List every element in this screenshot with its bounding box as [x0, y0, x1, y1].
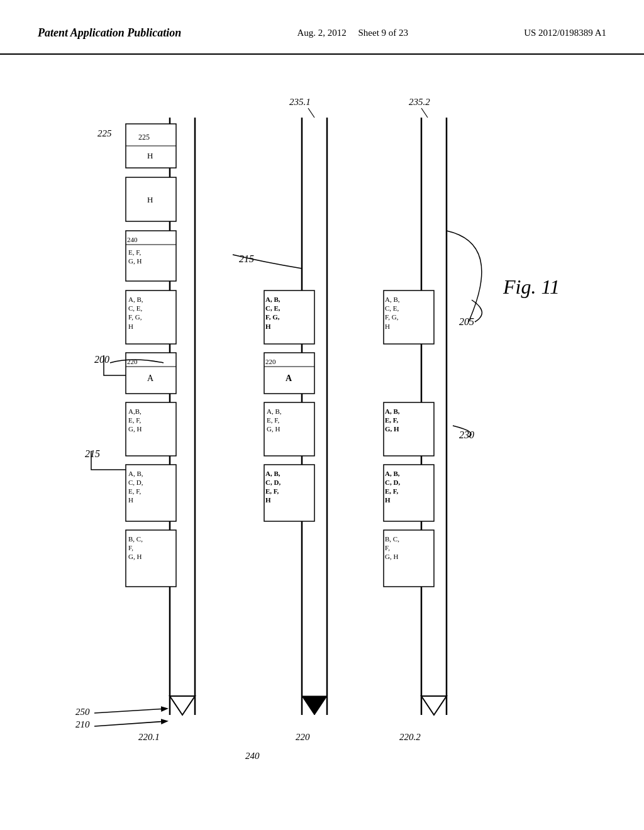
- cell-EF-6: E, F,: [385, 487, 399, 495]
- cell-GH-3: G, H: [128, 553, 142, 560]
- cell-A-2: A: [286, 374, 292, 383]
- figure-label: Fig. 11: [502, 275, 560, 298]
- cell-EF-1: E, F,: [128, 416, 141, 424]
- cell-AB-4: A, B,: [265, 470, 280, 477]
- cell-H-3: H: [128, 323, 133, 330]
- cell-CE-2: C, E,: [265, 304, 280, 312]
- cell-CE-3: C, E,: [385, 304, 399, 312]
- patent-figure: Fig. 11 225 H H 240 E, F, G, H A, B, C, …: [0, 55, 644, 822]
- page-header: Patent Application Publication Aug. 2, 2…: [0, 0, 644, 55]
- label-240a: 240: [127, 236, 138, 243]
- label-220-middle: 220: [265, 358, 276, 365]
- svg-marker-28: [421, 696, 447, 715]
- cell-GH-1: G, H: [128, 257, 142, 265]
- cell-ABC-1: A, B,: [128, 296, 143, 303]
- cell-BC-1: B, C,: [128, 535, 143, 543]
- cell-CE-1: C, E,: [128, 304, 143, 312]
- patent-number: US 2012/0198389 A1: [524, 25, 606, 40]
- label-225: 225: [138, 133, 150, 141]
- svg-line-32: [421, 108, 428, 118]
- label-205: 205: [459, 316, 474, 327]
- cell-AB-2: A, B,: [128, 470, 143, 477]
- cell-BC-2: B, C,: [385, 535, 399, 543]
- svg-line-29: [94, 709, 167, 713]
- figure-area: Fig. 11 225 H H 240 E, F, G, H A, B, C, …: [0, 55, 644, 822]
- label-200: 200: [94, 354, 109, 365]
- cell-AB-3: A, B,: [267, 407, 282, 415]
- cell-ABC-2: A, B,: [265, 296, 280, 303]
- sheet-info: Sheet 9 of 23: [358, 28, 409, 38]
- svg-line-30: [94, 721, 167, 726]
- cell-EF-4: E, F,: [265, 487, 279, 495]
- cell-H-4: H: [128, 496, 133, 504]
- svg-marker-27: [302, 696, 327, 715]
- svg-line-31: [308, 108, 314, 118]
- cell-EF-5: E, F,: [385, 416, 399, 424]
- cell-CD-3: C, D,: [385, 479, 400, 486]
- cell-EFGH-1: E, F,: [128, 248, 141, 256]
- cell-GH-5: G, H: [385, 425, 399, 433]
- cell-H-7: H: [385, 323, 390, 330]
- cell-H-5: H: [265, 323, 271, 330]
- label-215-left: 215: [85, 448, 100, 459]
- cell-H-6: H: [265, 496, 271, 504]
- cell-AB-5: A, B,: [385, 407, 400, 415]
- cell-AB-6: A, B,: [385, 470, 400, 477]
- cell-A-1: A: [147, 374, 154, 383]
- label-225-ext: 225: [97, 128, 112, 138]
- label-220-left: 220: [127, 358, 138, 365]
- cell-FG-2: F, G,: [265, 313, 280, 321]
- cell-EF-3: E, F,: [267, 416, 279, 424]
- publication-date: Aug. 2, 2012: [297, 28, 346, 38]
- cell-CD-1: C, D,: [128, 479, 143, 486]
- cell-GH-2: G, H: [128, 425, 142, 433]
- cell-FG-3: F, G,: [385, 313, 399, 321]
- cell-GH-4: G, H: [267, 425, 280, 433]
- cell-F-1: F,: [128, 544, 133, 551]
- cell-EF-2: E, F,: [128, 487, 141, 495]
- header-date-sheet: Aug. 2, 2012 Sheet 9 of 23: [297, 25, 408, 40]
- label-235-1: 235.1: [289, 97, 311, 107]
- publication-title: Patent Application Publication: [38, 25, 181, 41]
- cell-F-2: F,: [385, 544, 390, 551]
- label-235-2: 235.2: [409, 97, 430, 107]
- label-210: 210: [75, 719, 90, 729]
- svg-marker-26: [170, 696, 195, 715]
- cell-AB-1: A,B,: [128, 407, 142, 415]
- cell-H-1: H: [147, 151, 153, 160]
- cell-CD-2: C, D,: [265, 479, 280, 486]
- cell-GH-6: G, H: [385, 553, 398, 560]
- cell-ABC-3: A, B,: [385, 296, 400, 303]
- label-240-bottom: 240: [245, 751, 260, 761]
- cell-FG-1: F, G,: [128, 313, 142, 321]
- label-250: 250: [75, 707, 90, 717]
- label-220-1: 220.1: [138, 732, 160, 742]
- cell-H-2: H: [147, 195, 153, 204]
- label-220-center: 220: [296, 732, 310, 742]
- cell-H-8: H: [385, 496, 391, 504]
- label-230: 230: [459, 429, 474, 440]
- label-220-2: 220.2: [399, 732, 421, 742]
